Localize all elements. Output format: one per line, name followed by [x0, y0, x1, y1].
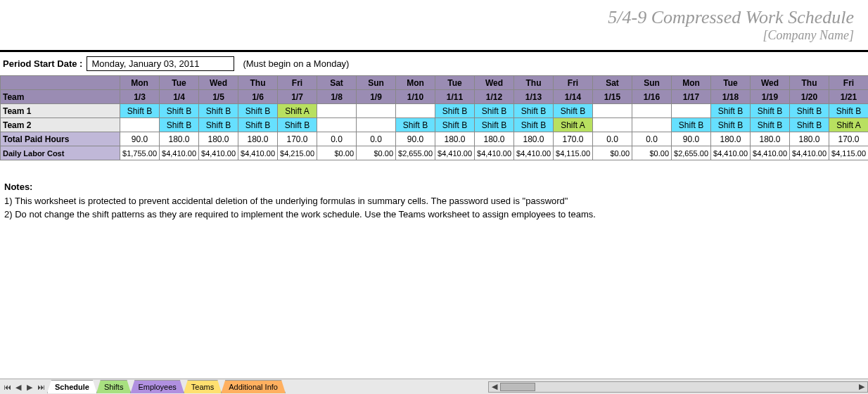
schedule-grid: MonTueWedThuFriSatSunMonTueWedThuFriSatS…	[0, 75, 868, 160]
day-header: Tue	[435, 76, 475, 90]
total-paid-cell: 180.0	[790, 132, 829, 146]
day-header: Mon	[120, 76, 160, 90]
total-paid-cell: 180.0	[514, 132, 554, 146]
shift-cell[interactable]	[357, 118, 396, 132]
team-name[interactable]: Team 2	[1, 118, 120, 132]
notes-item: 2) Do not change the shift patterns as t…	[4, 208, 864, 222]
day-header: Fri	[829, 76, 869, 90]
labor-cost-cell: $4,410.00	[751, 146, 790, 160]
shift-cell[interactable]	[317, 118, 357, 132]
shift-cell[interactable]	[632, 104, 672, 118]
shift-cell[interactable]	[672, 104, 711, 118]
labor-cost-cell: $4,410.00	[790, 146, 829, 160]
shift-cell[interactable]: Shift B	[554, 104, 593, 118]
total-paid-cell: 90.0	[120, 132, 160, 146]
shift-cell[interactable]: Shift B	[829, 104, 869, 118]
shift-cell[interactable]: Shift A	[278, 104, 317, 118]
date-header: 1/10	[396, 90, 435, 104]
labor-cost-cell: $4,410.00	[514, 146, 554, 160]
day-header: Sun	[632, 76, 672, 90]
total-paid-cell: 180.0	[435, 132, 475, 146]
shift-cell[interactable]: Shift B	[120, 104, 160, 118]
shift-cell[interactable]: Shift B	[435, 118, 475, 132]
shift-cell[interactable]	[632, 118, 672, 132]
labor-cost-cell: $4,410.00	[435, 146, 475, 160]
date-header: 1/3	[120, 90, 160, 104]
shift-cell[interactable]: Shift B	[238, 104, 278, 118]
labor-cost-cell: $0.00	[593, 146, 632, 160]
shift-cell[interactable]	[120, 118, 160, 132]
total-paid-label: Total Paid Hours	[1, 132, 120, 146]
labor-cost-cell: $4,410.00	[475, 146, 514, 160]
shift-cell[interactable]: Shift B	[751, 118, 790, 132]
notes-item: 1) This worksheet is protected to preven…	[4, 194, 864, 208]
day-header: Sun	[357, 76, 396, 90]
shift-cell[interactable]: Shift B	[711, 104, 751, 118]
shift-cell[interactable]	[317, 104, 357, 118]
day-header: Mon	[672, 76, 711, 90]
shift-cell[interactable]: Shift A	[554, 118, 593, 132]
period-start-input[interactable]	[87, 56, 234, 71]
total-paid-cell: 180.0	[199, 132, 238, 146]
shift-cell[interactable]: Shift B	[435, 104, 475, 118]
shift-cell[interactable]: Shift B	[199, 118, 238, 132]
shift-cell[interactable]: Shift B	[160, 104, 199, 118]
page-title: 5/4-9 Compressed Work Schedule	[0, 7, 854, 28]
shift-cell[interactable]	[396, 104, 435, 118]
labor-cost-cell: $4,115.00	[554, 146, 593, 160]
shift-cell[interactable]: Shift B	[790, 104, 829, 118]
shift-cell[interactable]	[357, 104, 396, 118]
total-paid-cell: 0.0	[357, 132, 396, 146]
date-header: 1/20	[790, 90, 829, 104]
total-paid-cell: 180.0	[160, 132, 199, 146]
day-header: Wed	[751, 76, 790, 90]
date-header: 1/6	[238, 90, 278, 104]
shift-cell[interactable]: Shift B	[475, 104, 514, 118]
shift-cell[interactable]	[593, 104, 632, 118]
total-paid-cell: 170.0	[829, 132, 869, 146]
notes-header: Notes:	[4, 180, 864, 194]
day-header: Thu	[514, 76, 554, 90]
shift-cell[interactable]: Shift B	[160, 118, 199, 132]
date-header: 1/11	[435, 90, 475, 104]
company-name: [Company Name]	[0, 28, 854, 43]
labor-cost-cell: $0.00	[317, 146, 357, 160]
total-paid-cell: 180.0	[238, 132, 278, 146]
labor-cost-cell: $2,655.00	[396, 146, 435, 160]
shift-cell[interactable]	[593, 118, 632, 132]
day-header: Tue	[711, 76, 751, 90]
day-header: Fri	[278, 76, 317, 90]
date-header: 1/16	[632, 90, 672, 104]
labor-cost-cell: $4,410.00	[711, 146, 751, 160]
shift-cell[interactable]: Shift A	[829, 118, 869, 132]
total-paid-cell: 0.0	[317, 132, 357, 146]
day-header: Wed	[199, 76, 238, 90]
date-header: 1/18	[711, 90, 751, 104]
shift-cell[interactable]: Shift B	[396, 118, 435, 132]
total-paid-cell: 0.0	[632, 132, 672, 146]
date-header: 1/21	[829, 90, 869, 104]
total-paid-cell: 180.0	[751, 132, 790, 146]
shift-cell[interactable]: Shift B	[790, 118, 829, 132]
shift-cell[interactable]: Shift B	[751, 104, 790, 118]
date-header: 1/13	[514, 90, 554, 104]
shift-cell[interactable]: Shift B	[514, 118, 554, 132]
team-name[interactable]: Team 1	[1, 104, 120, 118]
date-header: 1/8	[317, 90, 357, 104]
day-header: Tue	[160, 76, 199, 90]
shift-cell[interactable]: Shift B	[672, 118, 711, 132]
shift-cell[interactable]: Shift B	[711, 118, 751, 132]
team-corner-cell	[1, 76, 120, 90]
shift-cell[interactable]: Shift B	[238, 118, 278, 132]
labor-cost-label: Daily Labor Cost	[1, 146, 120, 160]
shift-cell[interactable]: Shift B	[514, 104, 554, 118]
labor-cost-cell: $0.00	[357, 146, 396, 160]
date-header: 1/7	[278, 90, 317, 104]
shift-cell[interactable]: Shift B	[475, 118, 514, 132]
labor-cost-cell: $2,655.00	[672, 146, 711, 160]
shift-cell[interactable]: Shift B	[199, 104, 238, 118]
team-header-label: Team	[1, 90, 120, 104]
shift-cell[interactable]: Shift B	[278, 118, 317, 132]
labor-cost-cell: $4,410.00	[160, 146, 199, 160]
date-header: 1/9	[357, 90, 396, 104]
